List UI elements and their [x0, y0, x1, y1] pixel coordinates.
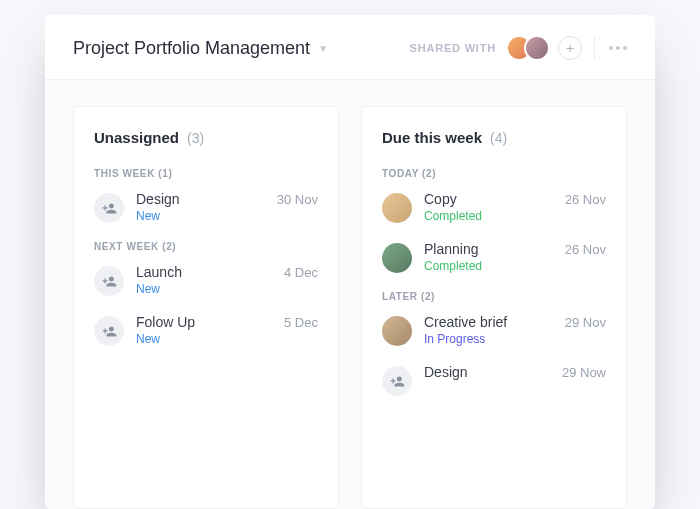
column-unassigned: Unassigned (3) THIS WEEK (1) Design 30 N… — [73, 106, 339, 509]
column-due-this-week: Due this week (4) TODAY (2) Copy 26 Nov … — [361, 106, 627, 509]
plus-icon: + — [566, 40, 574, 56]
avatar[interactable] — [524, 35, 550, 61]
group-label: LATER (2) — [382, 291, 606, 302]
column-header: Unassigned (3) — [94, 129, 318, 146]
dot-icon — [609, 46, 613, 50]
column-title: Due this week — [382, 129, 482, 146]
task-date: 26 Nov — [565, 192, 606, 207]
task-body: Design 29 Now — [424, 364, 606, 380]
task-body: Design 30 Nov New — [136, 191, 318, 223]
task-date: 29 Nov — [565, 315, 606, 330]
task-date: 29 Now — [562, 365, 606, 380]
task-date: 4 Dec — [284, 265, 318, 280]
group-label: NEXT WEEK (2) — [94, 241, 318, 252]
column-count: (4) — [490, 130, 507, 146]
add-user-button[interactable]: + — [558, 36, 582, 60]
task-date: 5 Dec — [284, 315, 318, 330]
shared-avatars — [506, 35, 550, 61]
assign-user-icon[interactable] — [382, 366, 412, 396]
title-dropdown[interactable]: Project Portfolio Management ▼ — [73, 38, 410, 59]
column-count: (3) — [187, 130, 204, 146]
status-badge: New — [136, 209, 318, 223]
task-card[interactable]: Copy 26 Nov Completed — [382, 191, 606, 223]
task-card[interactable]: Folow Up 5 Dec New — [94, 314, 318, 346]
assign-user-icon[interactable] — [94, 193, 124, 223]
task-title: Design — [424, 364, 468, 380]
status-badge: New — [136, 332, 318, 346]
shared-with-label: SHARED WITH — [410, 42, 496, 54]
chevron-down-icon: ▼ — [318, 43, 328, 54]
task-title: Planning — [424, 241, 479, 257]
assign-user-icon[interactable] — [94, 266, 124, 296]
task-card[interactable]: Creative brief 29 Nov In Progress — [382, 314, 606, 346]
group-label: THIS WEEK (1) — [94, 168, 318, 179]
avatar[interactable] — [382, 316, 412, 346]
group-label: TODAY (2) — [382, 168, 606, 179]
task-title: Creative brief — [424, 314, 507, 330]
task-title: Folow Up — [136, 314, 195, 330]
task-date: 30 Nov — [277, 192, 318, 207]
header: Project Portfolio Management ▼ SHARED WI… — [45, 15, 655, 80]
task-card[interactable]: Design 29 Now — [382, 364, 606, 396]
task-body: Copy 26 Nov Completed — [424, 191, 606, 223]
column-title: Unassigned — [94, 129, 179, 146]
status-badge: In Progress — [424, 332, 606, 346]
column-header: Due this week (4) — [382, 129, 606, 146]
task-body: Folow Up 5 Dec New — [136, 314, 318, 346]
task-card[interactable]: Planning 26 Nov Completed — [382, 241, 606, 273]
task-date: 26 Nov — [565, 242, 606, 257]
more-menu-button[interactable] — [609, 46, 627, 50]
page-title: Project Portfolio Management — [73, 38, 310, 59]
assign-user-icon[interactable] — [94, 316, 124, 346]
task-title: Copy — [424, 191, 457, 207]
status-badge: Completed — [424, 259, 606, 273]
task-card[interactable]: Launch 4 Dec New — [94, 264, 318, 296]
dot-icon — [623, 46, 627, 50]
task-body: Launch 4 Dec New — [136, 264, 318, 296]
status-badge: New — [136, 282, 318, 296]
avatar[interactable] — [382, 243, 412, 273]
task-title: Launch — [136, 264, 182, 280]
task-title: Design — [136, 191, 180, 207]
avatar[interactable] — [382, 193, 412, 223]
task-body: Creative brief 29 Nov In Progress — [424, 314, 606, 346]
board: Unassigned (3) THIS WEEK (1) Design 30 N… — [45, 80, 655, 509]
dot-icon — [616, 46, 620, 50]
status-badge: Completed — [424, 209, 606, 223]
task-card[interactable]: Design 30 Nov New — [94, 191, 318, 223]
app-window: Project Portfolio Management ▼ SHARED WI… — [45, 15, 655, 509]
task-body: Planning 26 Nov Completed — [424, 241, 606, 273]
divider — [594, 37, 595, 59]
